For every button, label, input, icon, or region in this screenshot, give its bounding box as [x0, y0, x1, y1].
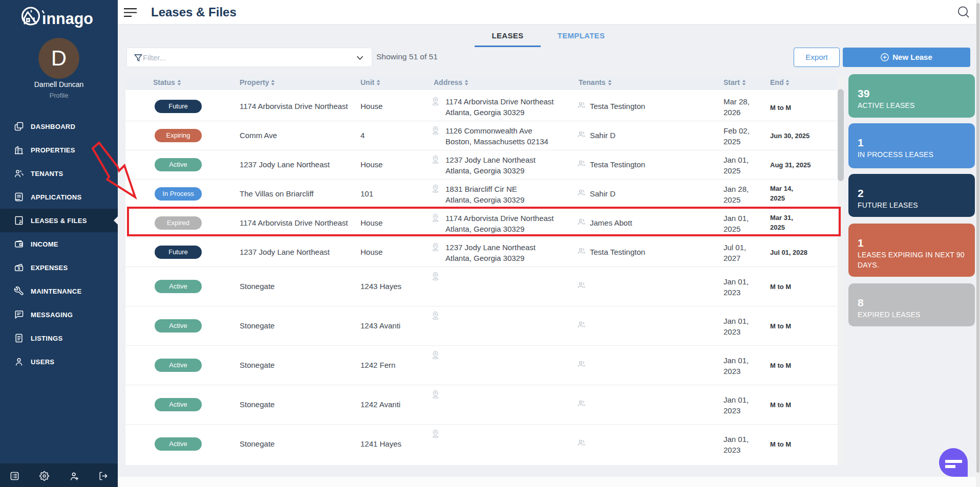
svg-text:ınnago: ınnago	[42, 10, 93, 28]
svg-text:$: $	[18, 266, 20, 271]
